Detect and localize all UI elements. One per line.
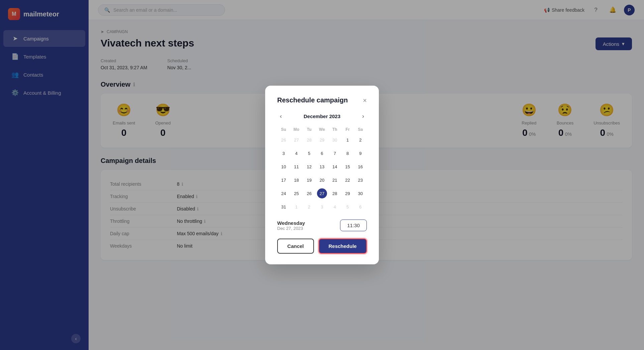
calendar-day[interactable]: 25 (290, 187, 303, 200)
calendar-datetime: Wednesday Dec 27, 2023 (277, 220, 367, 231)
selected-day-name: Wednesday (277, 220, 305, 226)
prev-month-button[interactable]: ‹ (277, 111, 285, 121)
calendar-day[interactable]: 11 (290, 160, 303, 173)
calendar-month: December 2023 (304, 113, 340, 119)
calendar-day[interactable]: 15 (341, 160, 354, 173)
calendar-day[interactable]: 5 (303, 147, 316, 160)
calendar-day: 6 (354, 200, 367, 213)
calendar-day[interactable]: 13 (316, 160, 328, 173)
calendar-day[interactable]: 30 (354, 187, 367, 200)
reschedule-button[interactable]: Reschedule (319, 239, 367, 254)
calendar-day: 3 (316, 200, 328, 213)
calendar-day[interactable]: 8 (341, 147, 354, 160)
calendar-day: 30 (328, 133, 341, 147)
calendar-day[interactable]: 14 (328, 160, 341, 173)
calendar-day[interactable]: 22 (341, 173, 354, 187)
calendar-day[interactable]: 2 (354, 133, 367, 147)
calendar-day[interactable]: 20 (316, 173, 328, 187)
calendar-header: ‹ December 2023 › (277, 111, 367, 121)
calendar-day[interactable]: 23 (354, 173, 367, 187)
calendar-day[interactable]: 26 (303, 187, 316, 200)
calendar-day: 26 (277, 133, 290, 147)
calendar-day[interactable]: 24 (277, 187, 290, 200)
calendar-grid: SuMoTuWeThFrSa 2627282930123456789101112… (277, 126, 367, 213)
calendar-day[interactable]: 6 (316, 147, 328, 160)
next-month-button[interactable]: › (359, 111, 367, 121)
calendar-day: 5 (341, 200, 354, 213)
weekday-header: Tu (303, 126, 316, 133)
calendar-day[interactable]: 21 (328, 173, 341, 187)
weekday-header: Su (277, 126, 290, 133)
modal-header: Reschedule campaign × (277, 96, 367, 104)
calendar-day[interactable]: 27 (316, 187, 328, 200)
weekday-header: Mo (290, 126, 303, 133)
selected-date-label: Wednesday Dec 27, 2023 (277, 220, 305, 231)
calendar-day: 29 (316, 133, 328, 147)
weekday-header: Sa (354, 126, 367, 133)
calendar-day: 28 (303, 133, 316, 147)
calendar-day[interactable]: 10 (277, 160, 290, 173)
weekday-header: Fr (341, 126, 354, 133)
weekday-header: We (316, 126, 328, 133)
calendar-day: 27 (290, 133, 303, 147)
modal-title: Reschedule campaign (277, 96, 348, 104)
calendar-day[interactable]: 18 (290, 173, 303, 187)
time-input[interactable] (340, 220, 367, 231)
calendar-day: 2 (303, 200, 316, 213)
calendar-day[interactable]: 28 (328, 187, 341, 200)
reschedule-modal: Reschedule campaign × ‹ December 2023 › … (265, 86, 379, 264)
modal-close-button[interactable]: × (363, 97, 367, 104)
modal-buttons: Cancel Reschedule (277, 239, 367, 254)
modal-overlay[interactable]: Reschedule campaign × ‹ December 2023 › … (0, 0, 644, 350)
calendar-day[interactable]: 7 (328, 147, 341, 160)
calendar-day[interactable]: 4 (290, 147, 303, 160)
cancel-button[interactable]: Cancel (277, 239, 314, 254)
calendar-day[interactable]: 29 (341, 187, 354, 200)
calendar-day[interactable]: 17 (277, 173, 290, 187)
calendar-day[interactable]: 9 (354, 147, 367, 160)
calendar-day[interactable]: 31 (277, 200, 290, 213)
calendar-day: 4 (328, 200, 341, 213)
calendar-day[interactable]: 1 (341, 133, 354, 147)
calendar-day[interactable]: 16 (354, 160, 367, 173)
calendar-day: 1 (290, 200, 303, 213)
weekday-header: Th (328, 126, 341, 133)
calendar-day[interactable]: 12 (303, 160, 316, 173)
selected-day-full: Dec 27, 2023 (277, 226, 305, 231)
calendar-day[interactable]: 3 (277, 147, 290, 160)
calendar-day[interactable]: 19 (303, 173, 316, 187)
